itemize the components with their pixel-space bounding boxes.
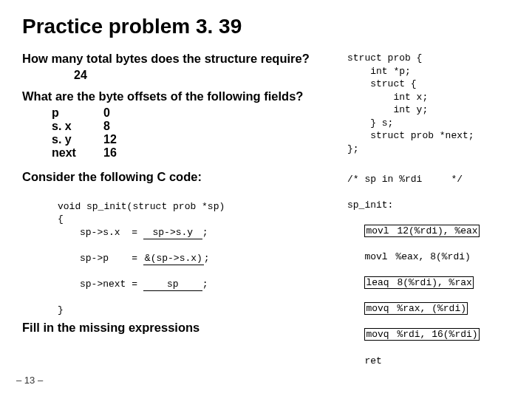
field-name: next (52, 146, 103, 160)
field-value: 0 (103, 106, 110, 120)
table-row: s. x 8 (52, 120, 332, 133)
field-value: 16 (103, 146, 117, 160)
offsets-table: p 0 s. x 8 s. y 12 next 16 (52, 106, 332, 160)
table-row: p 0 (52, 106, 332, 120)
blank-2: &(sp->s.x) (143, 252, 204, 265)
c-line: } (58, 304, 64, 316)
blank-3: sp (143, 278, 202, 291)
c-line: sp->s.x = sp->s.y; (80, 226, 332, 239)
asm-line: movl%eax, 8(%rdi) (347, 250, 510, 264)
field-name: s. x (52, 120, 103, 133)
asm-code-block: /* sp in %rdi */ sp_init: movl12(%rdi), … (347, 160, 510, 367)
asm-line: leaq8(%rdi), %rax (347, 276, 510, 290)
page-number: – 13 – (16, 375, 43, 386)
c-line: sp->next = sp; (80, 278, 332, 291)
question-c-code: Consider the following C code: (22, 170, 332, 184)
question-total-bytes: How many total bytes does the structure … (22, 52, 332, 66)
asm-line: movl12(%rdi), %eax (347, 225, 510, 238)
asm-comment: /* sp in %rdi */ (347, 173, 510, 186)
field-name: p (52, 106, 103, 120)
struct-code-block: struct prob { int *p; struct { int x; in… (347, 52, 510, 155)
asm-line: movq%rax, (%rdi) (347, 302, 510, 316)
c-line: void sp_init(struct prob *sp) (58, 201, 225, 212)
table-row: s. y 12 (52, 133, 332, 146)
c-line: { (58, 214, 64, 225)
asm-line: movq%rdi, 16(%rdi) (347, 328, 510, 341)
answer-total-bytes: 24 (74, 69, 332, 82)
table-row: next 16 (52, 146, 332, 160)
field-value: 8 (103, 120, 110, 133)
asm-line: ret (347, 355, 510, 368)
field-name: s. y (52, 133, 103, 146)
blank-1: sp->s.y (143, 226, 202, 239)
page-title: Practice problem 3. 39 (22, 15, 510, 38)
field-value: 12 (103, 133, 117, 146)
right-column: struct prob { int *p; struct { int x; in… (347, 52, 510, 367)
c-line: sp->p = &(sp->s.x); (80, 252, 332, 265)
c-code-block: void sp_init(struct prob *sp) { sp->s.x … (58, 187, 332, 316)
asm-label: sp_init: (347, 199, 510, 212)
left-column: How many total bytes does the structure … (22, 52, 332, 367)
question-offsets: What are the byte offsets of the followi… (22, 89, 332, 103)
fill-instruction: Fill in the missing expressions (22, 321, 332, 335)
